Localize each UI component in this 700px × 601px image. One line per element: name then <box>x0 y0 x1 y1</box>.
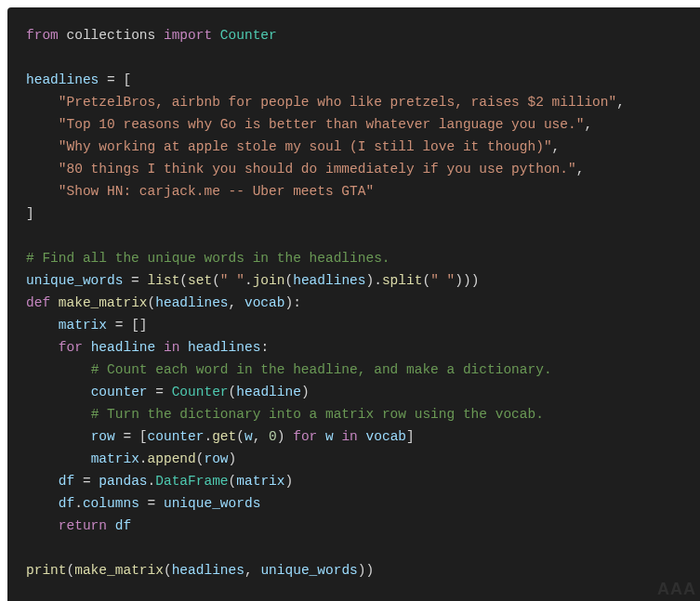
string-literal: " " <box>220 273 244 288</box>
variable: unique_words <box>164 496 260 511</box>
attribute: columns <box>83 496 139 511</box>
function-def: make_matrix <box>59 295 148 310</box>
keyword-in: in <box>341 429 357 444</box>
punctuation: . <box>204 429 212 444</box>
string-literal: "Top 10 reasons why Go is better than wh… <box>59 117 585 132</box>
punctuation: ( <box>229 385 237 399</box>
variable: df <box>59 474 74 489</box>
operator: = <box>123 273 147 288</box>
variable: matrix <box>59 318 107 333</box>
function-call: print <box>26 563 67 578</box>
string-literal: "80 things I think you should do immedia… <box>59 162 576 176</box>
punctuation: ( <box>212 273 220 288</box>
class-name: Counter <box>220 28 277 43</box>
keyword-return: return <box>59 518 107 533</box>
operator: = <box>74 474 99 489</box>
punctuation: , <box>229 295 244 310</box>
code-block: from collections import Counter headline… <box>7 7 700 601</box>
punctuation: ))) <box>455 273 479 288</box>
string-literal: " " <box>430 273 455 288</box>
operator: = [ <box>115 429 148 444</box>
keyword-from: from <box>26 28 59 43</box>
method-call: get <box>212 429 236 444</box>
punctuation: ): <box>284 295 300 310</box>
variable: headline <box>91 340 156 355</box>
variable: headlines <box>293 273 365 288</box>
punctuation: ( <box>236 429 244 444</box>
argument: unique_words <box>260 563 357 578</box>
module-name: collections <box>67 28 156 43</box>
function-call: join <box>253 273 285 288</box>
keyword-for: for <box>59 340 83 355</box>
object: counter <box>148 429 205 444</box>
class-name: DataFrame <box>155 474 228 489</box>
method-call: append <box>148 451 196 466</box>
punctuation: ( <box>422 273 430 288</box>
keyword-def: def <box>26 295 50 310</box>
class-name: Counter <box>172 385 229 399</box>
punctuation: ). <box>366 273 382 288</box>
punctuation: ( <box>229 474 237 489</box>
argument: w <box>244 429 253 444</box>
function-call: make_matrix <box>74 563 164 578</box>
punctuation: ( <box>179 273 188 288</box>
code-content: from collections import Counter headline… <box>26 24 689 581</box>
watermark: AAA <box>657 580 696 599</box>
punctuation: ( <box>148 295 156 310</box>
argument: headline <box>236 385 301 399</box>
parameter: vocab <box>244 295 285 310</box>
punctuation: , <box>253 429 269 444</box>
string-literal: "Why working at apple stole my soul (I s… <box>59 139 552 154</box>
punctuation: ( <box>67 563 75 578</box>
punctuation: ] <box>26 206 34 221</box>
parameter: headlines <box>155 295 228 310</box>
object: matrix <box>91 451 139 466</box>
module: pandas <box>99 474 147 489</box>
variable: df <box>115 518 131 533</box>
punctuation: ) <box>229 451 237 466</box>
variable: headlines <box>188 340 260 355</box>
string-literal: "PretzelBros, airbnb for people who like… <box>59 95 616 110</box>
variable: counter <box>91 385 148 399</box>
punctuation: . <box>74 496 83 511</box>
function-call: list <box>148 273 180 288</box>
punctuation: ( <box>284 273 293 288</box>
punctuation: . <box>244 273 253 288</box>
keyword-for: for <box>293 429 317 444</box>
function-call: split <box>382 273 423 288</box>
punctuation: ] <box>406 429 415 444</box>
string-literal: "Show HN: carjack.me -- Uber meets GTA" <box>59 184 374 199</box>
keyword-in: in <box>164 340 179 355</box>
punctuation: ) <box>277 429 293 444</box>
argument: row <box>204 451 228 466</box>
variable: row <box>91 429 115 444</box>
punctuation: ) <box>301 385 310 399</box>
punctuation: . <box>139 451 148 466</box>
space <box>107 518 115 533</box>
comment: # Count each word in the headline, and m… <box>91 362 552 377</box>
space <box>317 429 325 444</box>
keyword-import: import <box>164 28 212 43</box>
operator: = [] <box>107 318 148 333</box>
variable: w <box>325 429 334 444</box>
punctuation: ) <box>285 474 294 489</box>
punctuation: = [ <box>99 72 131 87</box>
punctuation: , <box>244 563 260 578</box>
variable: unique_words <box>26 273 123 288</box>
number: 0 <box>269 429 277 444</box>
argument: headlines <box>172 563 244 578</box>
space <box>358 429 366 444</box>
comment: # Turn the dictionary into a matrix row … <box>91 407 544 422</box>
punctuation: )) <box>358 563 374 578</box>
argument: matrix <box>236 474 284 489</box>
operator: = <box>139 496 164 511</box>
punctuation: ( <box>164 563 172 578</box>
variable: headlines <box>26 72 99 87</box>
operator: = <box>148 385 172 399</box>
comment: # Find all the unique words in the headl… <box>26 251 390 266</box>
punctuation: . <box>148 474 156 489</box>
variable: vocab <box>366 429 407 444</box>
object: df <box>59 496 74 511</box>
function-call: set <box>188 273 212 288</box>
punctuation: : <box>260 340 269 355</box>
